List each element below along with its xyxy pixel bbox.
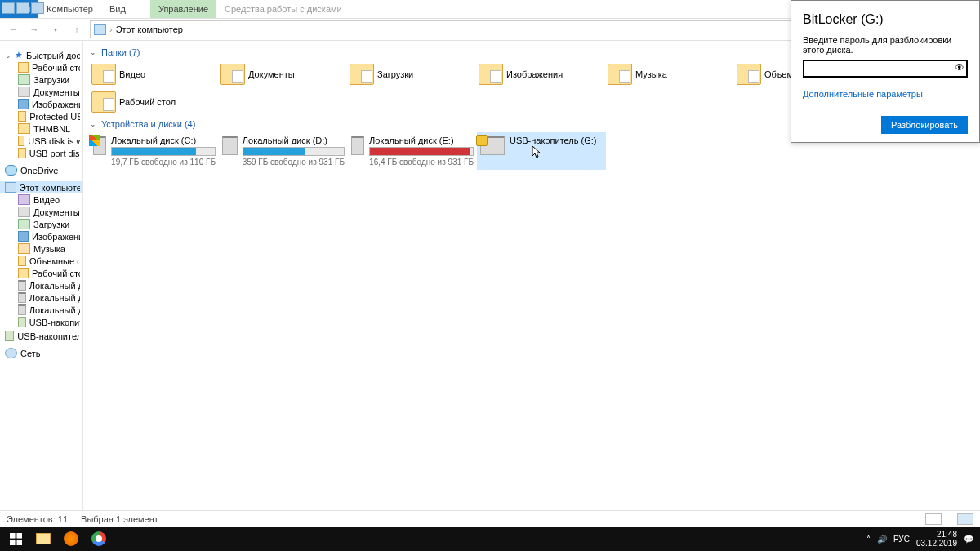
folder-icon	[18, 148, 26, 158]
tree-qa-item[interactable]: Рабочий стол	[0, 61, 82, 73]
tree-pc-item[interactable]: USB-накопитель (G:)	[0, 316, 82, 328]
reveal-password-icon[interactable]: 👁	[955, 62, 964, 73]
drive-item[interactable]: USB-накопитель (G:)	[477, 132, 606, 170]
taskbar: ˄ 🔊 РУС 21:48 03.12.2019 💬	[0, 527, 980, 551]
tree-pc-item[interactable]: Видео	[0, 193, 82, 206]
bitlocker-unlock-button[interactable]: Разблокировать	[881, 116, 968, 134]
system-tray: ˄ 🔊 РУС 21:48 03.12.2019 💬	[862, 530, 978, 548]
ribbon-tab-computer[interactable]: Компьютер	[38, 0, 101, 18]
folder-icon	[91, 64, 116, 85]
tree-pc-item[interactable]: Локальный диск (E:)	[0, 304, 82, 316]
drive-icon	[351, 136, 364, 155]
folder-icon	[350, 64, 374, 85]
view-tiles-button[interactable]	[957, 513, 973, 525]
usb-icon	[18, 317, 26, 327]
tree-network[interactable]: Сеть	[0, 347, 82, 359]
tray-clock[interactable]: 21:48 03.12.2019	[916, 530, 957, 548]
drive-icon	[222, 136, 238, 155]
drive-item[interactable]: Локальный диск (D:)359 ГБ свободно из 93…	[219, 132, 348, 170]
ribbon-tab-view[interactable]: Вид	[101, 0, 134, 18]
quick-access-toolbar	[2, 1, 44, 16]
tree-pc-item[interactable]: Локальный диск (D:)	[0, 291, 82, 304]
tree-pc-item[interactable]: Изображения	[0, 230, 82, 242]
bitlocker-password-input[interactable]	[803, 60, 968, 78]
folder-icon	[220, 64, 245, 85]
folder-item[interactable]: Рабочий стол	[90, 88, 219, 116]
nav-back-button[interactable]: ←	[5, 21, 21, 38]
breadcrumb-sep-icon: ›	[109, 24, 113, 34]
drive-item[interactable]: Локальный диск (C:)19,7 ГБ свободно из 1…	[90, 132, 219, 170]
folder-item[interactable]: Загрузки	[348, 60, 477, 88]
photo-icon	[18, 99, 29, 109]
drive-capacity-bar	[111, 147, 216, 156]
doc-icon	[18, 207, 30, 217]
nav-tree: ⌄ ★ Быстрый доступ Рабочий столЗагрузкиД…	[0, 41, 83, 510]
bitlocker-prompt: Введите пароль для разблокировки этого д…	[803, 35, 968, 55]
pc-icon	[94, 24, 106, 35]
status-selection: Выбран 1 элемент	[81, 514, 158, 524]
tray-lang[interactable]: РУС	[893, 535, 910, 544]
nav-recent-button[interactable]: ▾	[47, 21, 64, 38]
folder-item[interactable]: Изображения	[477, 60, 606, 88]
qat-icon[interactable]	[2, 2, 15, 14]
svg-rect-0	[10, 533, 16, 539]
tray-volume-icon[interactable]: 🔊	[877, 535, 887, 544]
tray-chevron-icon[interactable]: ˄	[866, 535, 871, 544]
ribbon-contextual-tab[interactable]: Средства работы с дисками	[216, 0, 350, 18]
taskbar-firefox[interactable]	[57, 527, 85, 551]
chevron-down-icon: ⌄	[90, 120, 96, 128]
tree-qa-item[interactable]: THMBNL	[0, 122, 82, 135]
tree-qa-item[interactable]: Изображения	[0, 98, 82, 110]
tree-qa-item[interactable]: USB disk is write-protected	[0, 135, 82, 147]
tree-qa-item[interactable]: USB port disable tool	[0, 147, 82, 159]
folder-item[interactable]: Музыка	[606, 60, 735, 88]
status-bar: Элементов: 11 Выбран 1 элемент	[0, 510, 980, 527]
tree-qa-item[interactable]: Документы	[0, 86, 82, 98]
drive-icon	[93, 136, 106, 155]
pc-icon	[5, 182, 16, 193]
qat-icon[interactable]	[16, 2, 29, 14]
tree-pc-item[interactable]: Рабочий стол	[0, 267, 82, 279]
photo-icon	[18, 231, 29, 242]
taskbar-explorer[interactable]	[29, 527, 57, 551]
usb-icon	[5, 331, 14, 341]
download-icon	[18, 74, 30, 85]
bitlocker-more-options[interactable]: Дополнительные параметры	[803, 89, 923, 99]
bitlocker-dialog: BitLocker (G:) Введите пароль для разбло…	[791, 0, 980, 143]
drive-icon	[18, 292, 26, 303]
svg-rect-2	[10, 540, 16, 545]
folder-icon	[608, 64, 632, 85]
drive-icon	[18, 280, 26, 291]
tree-pc-item[interactable]: Объемные объекты	[0, 255, 82, 267]
nav-forward-button: →	[26, 21, 42, 38]
folder-icon	[18, 268, 29, 278]
doc-icon	[18, 87, 30, 97]
address-bar[interactable]: › Этот компьютер	[90, 20, 792, 38]
tree-onedrive[interactable]: OneDrive	[0, 164, 82, 176]
tray-notifications-icon[interactable]: 💬	[964, 535, 973, 544]
nav-up-button[interactable]: ↑	[69, 21, 85, 38]
folder-item[interactable]: Видео	[90, 60, 219, 88]
view-details-button[interactable]	[925, 513, 942, 525]
tree-pc-item[interactable]: Локальный диск (C:)	[0, 279, 82, 291]
windows-icon	[89, 135, 100, 146]
tree-qa-item[interactable]: Загрузки	[0, 73, 82, 86]
folder-item[interactable]: Документы	[219, 60, 348, 88]
tree-pc-item[interactable]: Музыка	[0, 242, 82, 255]
qat-icon[interactable]	[31, 2, 44, 14]
status-count: Элементов: 11	[7, 514, 68, 524]
folder-icon	[18, 256, 26, 266]
breadcrumb-location[interactable]: Этот компьютер	[116, 24, 183, 34]
drive-item[interactable]: Локальный диск (E:)16,4 ГБ свободно из 9…	[348, 132, 477, 170]
taskbar-chrome[interactable]	[85, 527, 113, 551]
network-icon	[5, 348, 17, 358]
tree-quick-access[interactable]: ⌄ ★ Быстрый доступ	[0, 49, 82, 61]
tree-pc-item[interactable]: Документы	[0, 206, 82, 218]
tree-qa-item[interactable]: Protected USB flash	[0, 110, 82, 122]
tree-this-pc[interactable]: Этот компьютер	[0, 181, 82, 193]
start-button[interactable]	[2, 527, 29, 551]
tree-pc-item[interactable]: Загрузки	[0, 218, 82, 230]
tree-usb-g[interactable]: USB-накопитель (G:)	[0, 330, 82, 342]
drive-capacity-bar	[243, 147, 345, 156]
folder-icon	[479, 64, 503, 85]
